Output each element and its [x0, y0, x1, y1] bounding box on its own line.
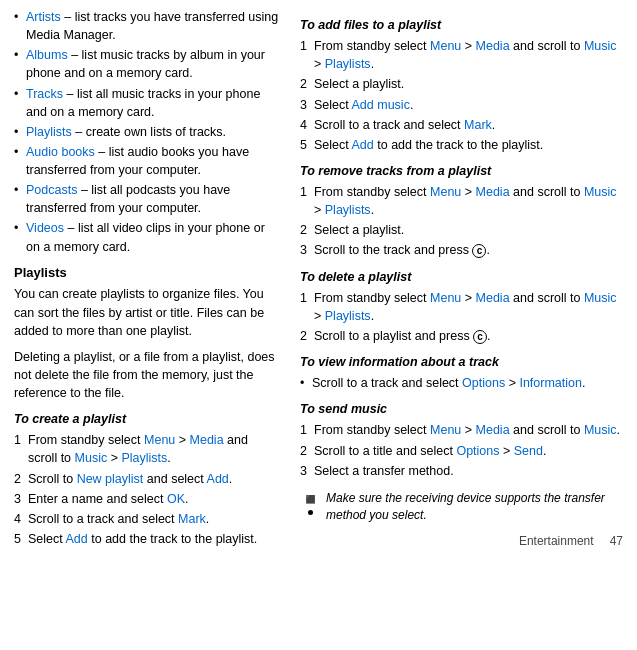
step-item: 3Select a transfer method. — [300, 462, 623, 480]
step-item: 1From standby select Menu > Media and sc… — [14, 431, 280, 467]
delete-steps: 1From standby select Menu > Media and sc… — [300, 289, 623, 345]
step-item: 1From standby select Menu > Media and sc… — [300, 37, 623, 73]
page: Artists – list tracks you have transferr… — [0, 0, 637, 650]
step-item: 2Scroll to a title and select Options > … — [300, 442, 623, 460]
remove-steps: 1From standby select Menu > Media and sc… — [300, 183, 623, 260]
step-item: 2Scroll to a playlist and press c. — [300, 327, 623, 345]
step-item: 2Scroll to New playlist and select Add. — [14, 470, 280, 488]
remove-title: To remove tracks from a playlist — [300, 162, 623, 180]
add-title: To add files to a playlist — [300, 16, 623, 34]
step-item: 5Select Add to add the track to the play… — [14, 530, 280, 548]
footer-label: Entertainment — [519, 533, 594, 550]
bullet-item: Playlists – create own lists of tracks. — [14, 123, 280, 141]
step-item: 2Select a playlist. — [300, 221, 623, 239]
right-column: To add files to a playlist 1From standby… — [290, 0, 637, 650]
bullet-item: Videos – list all video clips in your ph… — [14, 219, 280, 255]
bullet-item: Artists – list tracks you have transferr… — [14, 8, 280, 44]
create-title: To create a playlist — [14, 410, 280, 428]
playlists-body1: You can create playlists to organize fil… — [14, 285, 280, 339]
send-title: To send music — [300, 400, 623, 418]
step-item: 4Scroll to a track and select Mark. — [300, 116, 623, 134]
delete-title: To delete a playlist — [300, 268, 623, 286]
step-item: 1From standby select Menu > Media and sc… — [300, 421, 623, 439]
bullet-item: Podcasts – list all podcasts you have tr… — [14, 181, 280, 217]
step-item: 2Select a playlist. — [300, 75, 623, 93]
note-block: ◾ Make sure the receiving device support… — [300, 486, 623, 525]
step-item: 1From standby select Menu > Media and sc… — [300, 289, 623, 325]
left-column: Artists – list tracks you have transferr… — [0, 0, 290, 650]
step-item: 1From standby select Menu > Media and sc… — [300, 183, 623, 219]
bullet-item: Scroll to a track and select Options > I… — [300, 374, 623, 392]
bullet-list: Artists – list tracks you have transferr… — [14, 8, 280, 256]
create-steps: 1From standby select Menu > Media and sc… — [14, 431, 280, 548]
page-number: 47 — [610, 533, 623, 550]
send-steps: 1From standby select Menu > Media and sc… — [300, 421, 623, 479]
bullet-item: Albums – list music tracks by album in y… — [14, 46, 280, 82]
step-item: 4Scroll to a track and select Mark. — [14, 510, 280, 528]
note-text: Make sure the receiving device supports … — [326, 490, 623, 525]
view-title: To view information about a track — [300, 353, 623, 371]
bullet-item: Tracks – list all music tracks in your p… — [14, 85, 280, 121]
bullet-item: Audio books – list audio books you have … — [14, 143, 280, 179]
step-item: 5Select Add to add the track to the play… — [300, 136, 623, 154]
view-bullets: Scroll to a track and select Options > I… — [300, 374, 623, 392]
step-item: 3Scroll to the track and press c. — [300, 241, 623, 259]
footer: Entertainment 47 — [300, 533, 623, 550]
note-icon: ◾ — [300, 491, 321, 508]
step-item: 3Select Add music. — [300, 96, 623, 114]
note-dot — [308, 510, 313, 515]
add-steps: 1From standby select Menu > Media and sc… — [300, 37, 623, 154]
playlists-body2: Deleting a playlist, or a file from a pl… — [14, 348, 280, 402]
step-item: 3Enter a name and select OK. — [14, 490, 280, 508]
playlists-title: Playlists — [14, 264, 280, 283]
